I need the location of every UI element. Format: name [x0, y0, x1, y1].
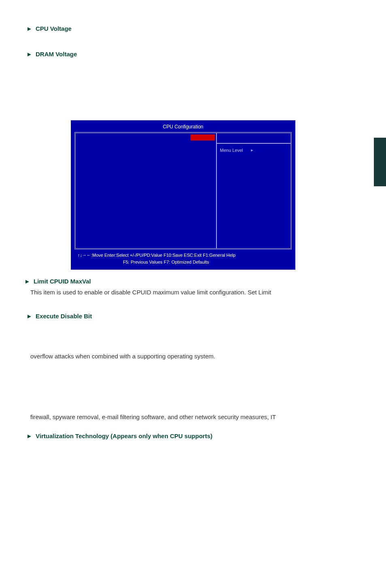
- selection-highlight: [191, 134, 215, 141]
- arrow-icon: ►: [26, 51, 32, 58]
- bios-right-panel: Menu Level ►: [217, 133, 291, 248]
- arrow-icon: ►: [26, 25, 32, 32]
- bios-window: CPU Configuration Menu Level ► ↑↓→←:Move…: [71, 120, 295, 270]
- bios-footer-line1: ↑↓→←:Move Enter:Select +/-/PU/PD:Value F…: [74, 252, 292, 259]
- bios-title: CPU Configuration: [71, 121, 295, 132]
- heading-text: CPU Voltage: [36, 25, 72, 32]
- bios-right-top: [217, 133, 291, 144]
- heading-dram-voltage: ► DRAM Voltage: [0, 51, 386, 58]
- bios-footer-line2: F5: Previous Values F7: Optimized Defaul…: [74, 259, 292, 266]
- triangle-right-icon: ►: [250, 148, 254, 152]
- body-execute-1: overflow attacks when combined with a su…: [0, 352, 386, 361]
- body-execute-2: firewall, spyware removal, e-mail filter…: [0, 413, 386, 422]
- arrow-icon: ►: [26, 313, 32, 320]
- heading-text: Limit CPUID MaxVal: [34, 278, 91, 285]
- heading-cpu-voltage: ► CPU Voltage: [0, 25, 386, 32]
- menu-level-row: Menu Level ►: [217, 144, 291, 153]
- heading-limit-cpuid: ► Limit CPUID MaxVal: [0, 278, 386, 285]
- menu-level-label: Menu Level: [220, 148, 243, 153]
- bios-left-panel: [76, 133, 217, 248]
- heading-execute-disable: ► Execute Disable Bit: [0, 313, 386, 320]
- arrow-icon: ►: [26, 432, 32, 439]
- arrow-icon: ►: [24, 278, 30, 285]
- bios-footer: ↑↓→←:Move Enter:Select +/-/PU/PD:Value F…: [71, 249, 295, 269]
- heading-text: DRAM Voltage: [36, 51, 77, 58]
- heading-text: Virtualization Technology (Appears only …: [36, 432, 212, 439]
- bios-main-panel: Menu Level ►: [74, 132, 292, 249]
- body-limit-cpuid: This item is used to enable or disable C…: [0, 288, 386, 297]
- page-side-tab: [374, 138, 386, 186]
- heading-virtualization: ► Virtualization Technology (Appears onl…: [0, 432, 386, 439]
- heading-text: Execute Disable Bit: [36, 313, 92, 320]
